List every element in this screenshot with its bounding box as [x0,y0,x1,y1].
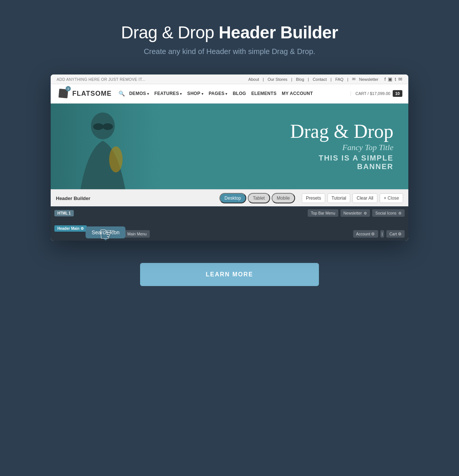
twitter-icon[interactable]: t [395,76,396,82]
top-bar-right: About | Our Stores | Blog | Contact | FA… [249,76,402,82]
cart-text: CART / $17,099.00 [351,91,390,96]
banner-main-text: Drag & Drop [290,122,393,141]
nav-search-icon[interactable]: 🔍 [118,91,125,96]
top-bar-left-text: ADD ANYTHING HERE OR JUST REMOVE IT... [57,77,145,82]
nav-link-blog[interactable]: Blog [296,77,304,82]
nav-item-shop[interactable]: SHOP [187,91,203,96]
hb-tab-group: Desktop Tablet Mobile [219,193,295,203]
site-top-bar: ADD ANYTHING HERE OR JUST REMOVE IT... A… [51,74,408,84]
svg-point-6 [109,146,123,172]
nav-cart[interactable]: CART / $17,099.00 10 [348,90,402,97]
svg-point-3 [93,123,104,130]
divider-item: | [380,230,384,238]
logo-icon-container: 3 [57,87,70,100]
svg-point-4 [102,123,113,130]
account-item[interactable]: Account ⚙ [353,230,378,238]
nav-link-contact[interactable]: Contact [313,77,327,82]
nav-item-pages[interactable]: PAGES [209,91,228,96]
search-icon-item-row2[interactable]: Search Icon ⚙ [89,230,122,238]
header-main-label: Header Main ⚙ [54,225,87,232]
header-builder-bar: Header Builder Desktop Tablet Mobile Pre… [51,189,408,206]
cart-item[interactable]: Cart ⚙ [386,230,405,238]
social-icons-group: f ▣ t ✉ [384,76,402,82]
nav-link-our-stores[interactable]: Our Stores [268,77,287,82]
site-logo[interactable]: 3 FLATSOME [57,87,112,100]
search-icon-item-with-tooltip[interactable]: Search Icon Search Icon ⚙ ☞ [89,230,122,238]
header-builder-rows: HTML 1 Top Bar Menu Newsletter Social Ic… [51,206,408,241]
banner-fancy-title: Fancy Top Title [290,143,393,152]
hb-row-2: Header Main ⚙ Search Icon Search Icon ⚙ … [54,219,405,238]
page-title: Drag & Drop Header Builder [121,22,338,43]
nav-item-my-account[interactable]: MY ACCOUNT [282,91,313,96]
nav-link-newsletter[interactable]: Newsletter [359,77,379,82]
logo-badge: 3 [66,86,71,91]
hb-tab-tablet[interactable]: Tablet [248,193,270,203]
site-nav: 3 FLATSOME 🔍 DEMOS FEATURES SHOP PAGES B… [51,84,408,104]
newsletter-gear-icon [363,211,367,215]
banner-text-area: Drag & Drop Fancy Top Title THIS IS A SI… [290,122,393,171]
presets-button[interactable]: Presets [302,193,325,203]
tutorial-button[interactable]: Tutorial [327,193,351,203]
nav-item-blog[interactable]: BLOG [233,91,246,96]
banner-person-svg [51,104,162,189]
instagram-icon[interactable]: ▣ [388,76,392,82]
nav-item-elements[interactable]: ELEMENTS [251,91,277,96]
nav-link-faq[interactable]: FAQ [335,77,344,82]
close-button[interactable]: × Close [380,193,403,203]
hb-row2-right: Account ⚙ | Cart ⚙ [353,230,405,238]
hb-tab-mobile[interactable]: Mobile [272,193,295,203]
top-bar-menu-item[interactable]: Top Bar Menu [308,209,338,217]
clear-all-button[interactable]: Clear All [352,193,377,203]
hb-btn-group: Presets Tutorial Clear All × Close [302,193,403,203]
cart-badge: 10 [393,90,402,97]
learn-more-button[interactable]: LEARN MORE [140,263,319,286]
social-icons-gear-icon [398,211,402,215]
main-menu-item[interactable]: Main Menu [124,230,150,238]
browser-mockup: ADD ANYTHING HERE OR JUST REMOVE IT... A… [51,74,408,241]
nav-item-demos[interactable]: DEMOS [129,91,149,96]
site-banner: Drag & Drop Fancy Top Title THIS IS A SI… [51,104,408,189]
html1-label: HTML 1 [54,210,74,216]
newsletter-item[interactable]: Newsletter [341,209,370,217]
nav-items: DEMOS FEATURES SHOP PAGES BLOG ELEMENTS … [129,91,348,96]
mail-icon[interactable]: ✉ [398,76,402,82]
nav-item-features[interactable]: FEATURES [154,91,182,96]
nav-link-about[interactable]: About [249,77,259,82]
envelope-icon: ✉ [352,77,355,82]
hb-row-1: HTML 1 Top Bar Menu Newsletter Social Ic… [54,209,405,217]
page-subtitle: Create any kind of Header with simple Dr… [144,47,315,56]
hb-row1-right: Top Bar Menu Newsletter Social Icons [308,209,405,217]
hb-tab-desktop[interactable]: Desktop [219,193,246,203]
header-builder-title: Header Builder [56,196,216,201]
social-icons-item[interactable]: Social Icons [372,209,405,217]
logo-text: FLATSOME [72,90,112,98]
facebook-icon[interactable]: f [384,76,386,82]
banner-sub-text: THIS IS A SIMPLEBANNER [290,154,393,171]
